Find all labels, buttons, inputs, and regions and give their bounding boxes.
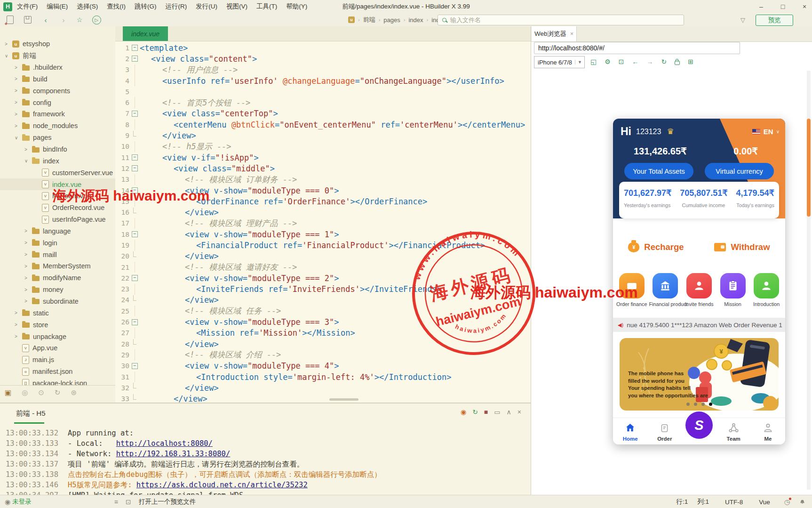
fold-icon[interactable]: − — [132, 111, 138, 117]
line-number[interactable]: 27 — [115, 329, 129, 337]
carousel-dot[interactable] — [709, 403, 712, 406]
nav-home[interactable]: Home — [613, 418, 647, 444]
code-line[interactable]: 26−<view v-show="moduleType === 3"> — [115, 316, 531, 327]
tree-item[interactable]: >components — [0, 85, 115, 97]
line-number[interactable]: 9 — [115, 132, 129, 139]
line-number[interactable]: 8 — [115, 121, 129, 129]
account-avatar-icon[interactable]: ◉ — [5, 498, 10, 506]
code-line[interactable]: 16</view> — [115, 207, 531, 218]
back-icon[interactable]: ← — [632, 58, 639, 65]
console-tab[interactable]: 前端 - H5 — [16, 409, 46, 418]
code-line[interactable]: 6<!-- 首页5个按钮 --> — [115, 97, 531, 108]
line-number[interactable]: 22 — [115, 274, 129, 282]
code-line[interactable]: 3<!-- 用户信息 --> — [115, 65, 531, 75]
editor-tab-indexvue[interactable]: index.vue — [123, 26, 168, 41]
line-number[interactable]: 2 — [115, 55, 129, 63]
tree-item[interactable]: VApp.vue — [0, 342, 115, 354]
tree-item[interactable]: VuserInfoPage.vue — [0, 214, 115, 226]
carousel-dot[interactable] — [701, 403, 705, 406]
tree-item[interactable]: ∨index — [0, 155, 115, 167]
language-selector[interactable]: EN — [764, 128, 773, 136]
sync-icon[interactable]: ↻ — [55, 388, 61, 397]
code-line[interactable]: 21<!-- 模块区域 邀请好友 --> — [115, 262, 531, 273]
open-previous-preview[interactable]: 打开上一个预览文件 — [139, 498, 196, 506]
tree-item[interactable]: VMyTeam.vue — [0, 190, 115, 202]
code-line[interactable]: 8<centerMenu @btnClick="onEvent_centerMe… — [115, 119, 531, 130]
notification-bell-icon[interactable] — [799, 499, 805, 505]
code-line[interactable]: 25<!-- 模块区域 任务 --> — [115, 306, 531, 316]
menu-item[interactable]: 文件(F) — [17, 2, 38, 11]
tree-item[interactable]: Jmain.js — [0, 354, 115, 366]
promo-banner[interactable]: ¥ The mobile phone hasfilled the world f… — [620, 338, 779, 411]
history-clock-icon[interactable]: ◷ — [784, 498, 790, 506]
code-line[interactable]: 9</view> — [115, 130, 531, 141]
minimize-button[interactable]: – — [757, 3, 765, 10]
recharge-button[interactable]: ¥Recharge — [613, 242, 699, 252]
url-input[interactable]: http://localhost:8080/#/ — [534, 42, 740, 54]
code-line[interactable]: 1−<template> — [115, 42, 531, 53]
console-icon[interactable]: ⊡ — [619, 58, 624, 65]
breadcrumb-item[interactable]: index — [408, 16, 423, 24]
code-line[interactable]: 5 — [115, 86, 531, 97]
log-link[interactable]: http://localhost:8080/ — [116, 439, 213, 448]
tree-item[interactable]: >store — [0, 319, 115, 331]
line-number[interactable]: 14 — [115, 187, 129, 194]
tree-item[interactable]: >static — [0, 307, 115, 319]
tree-item[interactable]: omanifest.json — [0, 366, 115, 378]
run-button[interactable]: ▷ — [90, 13, 103, 26]
code-line[interactable]: 33</view> — [115, 394, 531, 403]
nav-me[interactable]: Me — [751, 418, 785, 444]
line-number[interactable]: 30 — [115, 362, 129, 370]
code-line[interactable]: 29<!-- 模块区域 介绍 --> — [115, 349, 531, 360]
preview-button[interactable]: 预览 — [756, 15, 793, 26]
chevron-down-icon[interactable]: ∨ — [776, 129, 780, 134]
clear-icon[interactable]: ▭ — [494, 408, 500, 416]
close-icon[interactable]: × — [517, 408, 521, 416]
fold-icon[interactable]: − — [132, 154, 138, 161]
line-number[interactable]: 7 — [115, 110, 129, 117]
tree-item[interactable]: >.hbuilderx — [0, 62, 115, 73]
code-line[interactable]: 19<FinancialProduct ref='FinancialProduc… — [115, 240, 531, 250]
menu-item[interactable]: 发行(U) — [196, 2, 217, 11]
tree-item[interactable]: >language — [0, 226, 115, 237]
line-number[interactable]: 23 — [115, 285, 129, 293]
module-introduction[interactable]: Introduction — [750, 273, 783, 307]
menu-item[interactable]: 运行(R) — [166, 2, 187, 11]
module-invite-friends[interactable]: Invite friends — [683, 273, 716, 307]
collapse-icon[interactable]: ∧ — [507, 408, 511, 416]
line-number[interactable]: 1 — [115, 44, 129, 52]
code-line[interactable]: 24</view> — [115, 295, 531, 306]
menu-item[interactable]: 编辑(E) — [47, 2, 68, 11]
line-number[interactable]: 11 — [115, 154, 129, 161]
restart-icon[interactable]: ↻ — [472, 408, 478, 416]
breadcrumb-item[interactable]: pages — [383, 16, 400, 24]
carousel-dots[interactable] — [620, 403, 779, 406]
line-number[interactable]: 19 — [115, 242, 129, 249]
line-number[interactable]: 18 — [115, 231, 129, 238]
code-line[interactable]: 18−<view v-show="moduleType === 1"> — [115, 229, 531, 240]
log-link[interactable]: https://ask.dcloud.net.cn/article/35232 — [136, 481, 308, 489]
menu-item[interactable]: 跳转(G) — [135, 2, 157, 11]
tree-item[interactable]: ∨u前端 — [0, 50, 115, 62]
close-button[interactable]: × — [801, 3, 808, 10]
line-number[interactable]: 26 — [115, 318, 129, 326]
debug-icon[interactable]: ◉ — [461, 408, 466, 416]
menu-item[interactable]: 帮助(Y) — [286, 2, 307, 11]
cursor-col[interactable]: 列:1 — [697, 498, 709, 506]
task-list-icon[interactable]: ≡ — [114, 498, 118, 506]
line-number[interactable]: 29 — [115, 351, 129, 359]
fold-icon[interactable]: − — [132, 165, 138, 171]
stop-icon[interactable]: ■ — [484, 408, 488, 416]
code-line[interactable]: 23<InviteFriends ref='InviteFriends'></I… — [115, 284, 531, 295]
fold-icon[interactable]: − — [132, 275, 138, 281]
line-number[interactable]: 12 — [115, 165, 129, 172]
qr-icon[interactable]: ⊞ — [688, 58, 693, 65]
code-line[interactable]: 7−<view class="centerTop"> — [115, 108, 531, 119]
maximize-button[interactable]: □ — [779, 3, 787, 10]
line-number[interactable]: 25 — [115, 307, 129, 315]
save-button[interactable] — [22, 13, 34, 26]
code-line[interactable]: 30−<view v-show="moduleType === 4"> — [115, 361, 531, 371]
fold-icon[interactable]: − — [132, 363, 138, 369]
line-number[interactable]: 20 — [115, 252, 129, 260]
tree-item[interactable]: >maill — [0, 249, 115, 260]
